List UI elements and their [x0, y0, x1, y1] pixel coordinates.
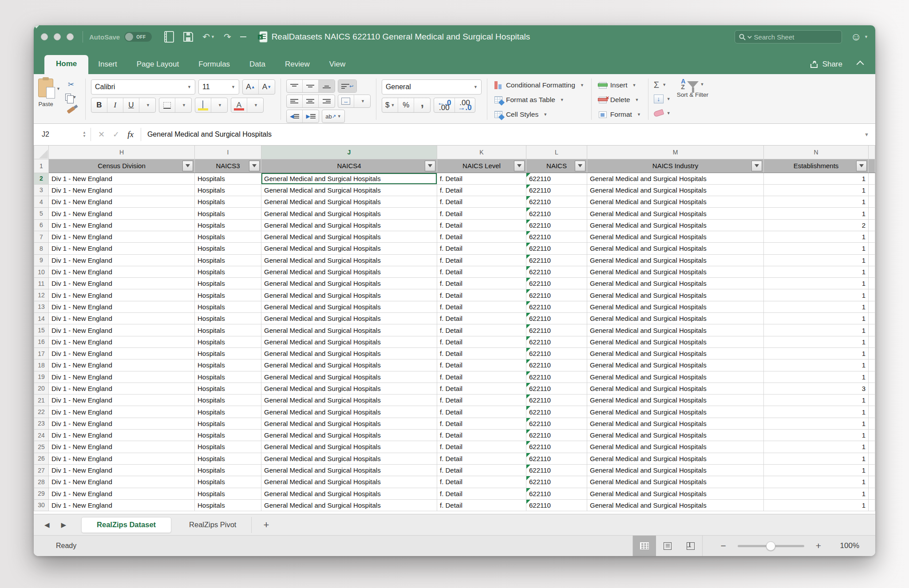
row-header[interactable]: 27 — [34, 464, 49, 476]
cell[interactable]: Div 1 - New England — [49, 324, 195, 336]
cell[interactable]: 622110 — [526, 231, 587, 242]
cell[interactable] — [869, 359, 875, 371]
cell[interactable]: General Medical and Surgical Hospitals — [261, 371, 437, 383]
cell[interactable]: 1 — [764, 301, 869, 312]
row-header[interactable]: 8 — [34, 243, 49, 254]
row-header[interactable]: 29 — [34, 488, 49, 499]
cell[interactable]: 1 — [764, 231, 869, 242]
cell[interactable]: 622110 — [526, 395, 587, 406]
cell[interactable] — [869, 254, 875, 266]
cell[interactable]: 1 — [764, 359, 869, 371]
align-center-button[interactable] — [303, 95, 319, 107]
cell[interactable]: Div 1 - New England — [49, 476, 195, 488]
cell[interactable]: Div 1 - New England — [49, 336, 195, 347]
row-header[interactable]: 25 — [34, 441, 49, 453]
fill-color-button[interactable] — [195, 98, 211, 112]
cell[interactable]: Div 1 - New England — [49, 289, 195, 301]
delete-cells-button[interactable]: Delete▼ — [599, 94, 641, 106]
cell[interactable]: Hospitals — [195, 476, 261, 488]
column-header[interactable]: M — [587, 146, 764, 159]
cell[interactable]: Hospitals — [195, 371, 261, 383]
sort-filter-button[interactable]: AZ ▼ Sort & Filter — [677, 79, 708, 121]
cell[interactable] — [869, 196, 875, 208]
cell[interactable]: 1 — [764, 289, 869, 301]
cell[interactable]: General Medical and Surgical Hospitals — [261, 313, 437, 324]
cell[interactable]: 622110 — [526, 453, 587, 464]
header-cell[interactable]: NAICS3 — [195, 159, 261, 173]
cell[interactable]: f. Detail — [437, 453, 526, 464]
cell[interactable] — [869, 488, 875, 499]
cell[interactable]: 1 — [764, 441, 869, 453]
increase-decimal-button[interactable]: ←.0.00 — [434, 98, 454, 112]
cell[interactable]: 1 — [764, 184, 869, 196]
cell[interactable]: 622110 — [526, 266, 587, 277]
cell[interactable] — [869, 347, 875, 359]
page-break-view-button[interactable] — [679, 536, 702, 556]
cell[interactable]: Hospitals — [195, 383, 261, 394]
cell[interactable]: f. Detail — [437, 476, 526, 488]
cell[interactable]: General Medical and Surgical Hospitals — [261, 196, 437, 208]
tab-insert[interactable]: Insert — [88, 55, 127, 74]
cell[interactable]: Hospitals — [195, 441, 261, 453]
autosum-button[interactable]: Σ▼ — [654, 79, 671, 91]
fill-button[interactable]: ↓▼ — [654, 93, 671, 105]
cell[interactable]: f. Detail — [437, 347, 526, 359]
cell[interactable]: 1 — [764, 453, 869, 464]
row-header[interactable]: 11 — [34, 278, 49, 289]
row-header[interactable]: 23 — [34, 418, 49, 429]
cell[interactable]: Div 1 - New England — [49, 453, 195, 464]
cell[interactable]: f. Detail — [437, 231, 526, 242]
cell[interactable] — [869, 266, 875, 277]
cell[interactable]: Hospitals — [195, 208, 261, 219]
paste-button[interactable]: Paste — [38, 79, 53, 107]
cell[interactable]: Div 1 - New England — [49, 301, 195, 312]
cell[interactable]: 622110 — [526, 184, 587, 196]
cell[interactable]: 622110 — [526, 336, 587, 347]
cell[interactable]: General Medical and Surgical Hospitals — [261, 383, 437, 394]
cell[interactable]: 3 — [764, 383, 869, 394]
sheet-nav-next-icon[interactable]: ▶ — [57, 521, 71, 529]
cell[interactable]: Hospitals — [195, 173, 261, 184]
cell[interactable]: 622110 — [526, 347, 587, 359]
cell[interactable]: 1 — [764, 173, 869, 184]
cell[interactable] — [869, 173, 875, 184]
cell[interactable]: General Medical and Surgical Hospitals — [261, 266, 437, 277]
column-header[interactable]: I — [195, 146, 261, 159]
redo-icon[interactable]: ↷ — [224, 32, 231, 41]
cell[interactable]: General Medical and Surgical Hospitals — [261, 184, 437, 196]
filter-dropdown-button[interactable] — [751, 161, 762, 171]
column-header-active[interactable]: J — [261, 146, 437, 159]
bold-button[interactable]: B — [91, 98, 107, 112]
cell[interactable]: General Medical and Surgical Hospitals — [261, 499, 437, 511]
cell[interactable]: Hospitals — [195, 395, 261, 406]
cell[interactable]: Hospitals — [195, 254, 261, 266]
cell[interactable]: 1 — [764, 313, 869, 324]
fill-color-dropdown[interactable]: ▼ — [211, 98, 227, 112]
cell[interactable]: General Medical and Surgical Hospitals — [261, 208, 437, 219]
cell[interactable] — [869, 418, 875, 429]
cell[interactable] — [869, 383, 875, 394]
cell[interactable]: 622110 — [526, 196, 587, 208]
cell[interactable]: 1 — [764, 499, 869, 511]
row-header[interactable]: 2 — [34, 173, 49, 184]
row-header[interactable]: 28 — [34, 476, 49, 488]
row-header[interactable]: 4 — [34, 196, 49, 208]
sheet-tab-dataset[interactable]: RealZips Dataset — [81, 517, 171, 533]
cell[interactable]: Hospitals — [195, 231, 261, 242]
cell[interactable]: 1 — [764, 430, 869, 441]
search-scope-dropdown-icon[interactable] — [747, 34, 752, 39]
decrease-indent-button[interactable]: ◀ — [287, 110, 303, 122]
cell[interactable]: 1 — [764, 406, 869, 418]
cell[interactable]: 622110 — [526, 418, 587, 429]
row-header[interactable]: 24 — [34, 430, 49, 441]
row-header[interactable]: 26 — [34, 453, 49, 464]
cell[interactable]: f. Detail — [437, 196, 526, 208]
cell[interactable]: General Medical and Surgical Hospitals — [587, 371, 764, 383]
cell[interactable]: General Medical and Surgical Hospitals — [261, 289, 437, 301]
cell[interactable]: General Medical and Surgical Hospitals — [587, 313, 764, 324]
cell[interactable]: Div 1 - New England — [49, 430, 195, 441]
cell[interactable]: f. Detail — [437, 406, 526, 418]
cell[interactable]: 622110 — [526, 254, 587, 266]
cell[interactable]: General Medical and Surgical Hospitals — [261, 395, 437, 406]
zoom-button[interactable] — [67, 33, 74, 40]
